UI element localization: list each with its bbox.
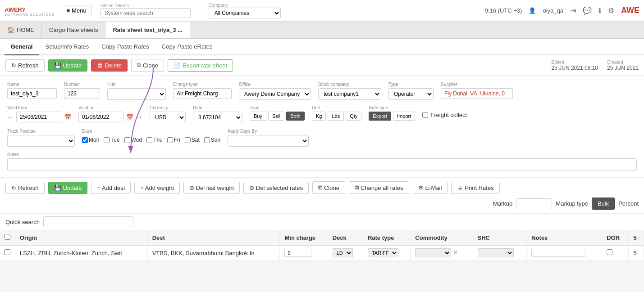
logout-icon[interactable]: ⇥ <box>570 6 576 15</box>
commodity-select[interactable] <box>415 248 451 257</box>
breadcrumb-home[interactable]: 🏠 HOME <box>0 22 42 38</box>
office-select[interactable]: Awery Demo Company <box>239 88 311 100</box>
tab-copy-paste-erates[interactable]: Copy-Paste eRates <box>155 39 219 55</box>
notes-input[interactable] <box>7 158 637 171</box>
table-header-row: Origin Dest Min charge Deck Rate type Co… <box>0 230 644 245</box>
update-button[interactable]: 💾 Update <box>48 59 88 72</box>
company-area: Company All Companies <box>209 3 281 18</box>
toolbar-dates: Edited 25 JUN 2021 06:10 Created 25 JUN … <box>552 60 639 71</box>
del-selected-rates-button[interactable]: ⊖ Del selected rates <box>243 182 309 194</box>
markup-input[interactable] <box>516 198 552 209</box>
lbs-toggle[interactable]: Lbs <box>328 112 344 121</box>
global-search-label: Global Search <box>100 3 191 8</box>
refresh-button[interactable]: ↻ Refresh <box>5 59 45 72</box>
import-toggle[interactable]: Import <box>393 112 415 121</box>
company-select[interactable]: All Companies <box>209 8 281 18</box>
valid-from-prev[interactable]: ← <box>7 113 14 121</box>
buy-toggle[interactable]: Buy <box>250 112 266 121</box>
select-all-checkbox[interactable] <box>5 234 10 240</box>
kg-toggle[interactable]: Kg <box>312 112 326 121</box>
time-display: 9:16 (UTC +3) <box>485 7 522 14</box>
export-button[interactable]: 📄 Export rate sheet <box>168 59 233 72</box>
form-name: Name <box>7 82 57 99</box>
truck-position-select[interactable] <box>7 135 75 147</box>
form-hub: Hub <box>107 82 166 100</box>
both-toggle[interactable]: Both <box>286 112 305 121</box>
menu-button[interactable]: ≡ Menu <box>62 5 91 16</box>
day-wed[interactable]: Wed <box>124 137 142 143</box>
email-button[interactable]: ✉ E-Mail <box>413 182 448 194</box>
delete-button[interactable]: 🗑 Delete <box>91 59 128 72</box>
export-toggle[interactable]: Export <box>369 112 391 121</box>
type-select[interactable]: Operator <box>388 88 434 100</box>
breadcrumb-cargo-rate-sheets[interactable]: Cargo Rate sheets <box>42 22 105 38</box>
day-tue[interactable]: Tue <box>104 137 119 143</box>
commodity-clear-button[interactable]: ✕ <box>453 249 458 256</box>
add-weight-button[interactable]: + Add weight <box>134 182 180 194</box>
hub-select[interactable] <box>107 88 166 100</box>
bulk-button[interactable]: Bulk <box>592 198 615 210</box>
th-notes: Notes <box>527 230 602 245</box>
rates-table: Origin Dest Min charge Deck Rate type Co… <box>0 230 644 261</box>
supplier-input[interactable] <box>441 88 513 99</box>
breadcrumb-rate-sheet[interactable]: Rate sheet test_olya_3 ... <box>105 22 190 38</box>
quick-search-input[interactable] <box>43 216 133 227</box>
bottom-refresh-button[interactable]: ↻ Refresh <box>5 182 45 194</box>
valid-from-calendar-icon[interactable]: 📅 <box>64 114 71 121</box>
shc-select[interactable] <box>478 248 514 257</box>
min-charge-input[interactable] <box>284 249 311 257</box>
notes-row-input[interactable] <box>531 249 585 257</box>
global-search-input[interactable] <box>100 8 191 18</box>
row-checkbox[interactable] <box>5 249 10 255</box>
day-mon[interactable]: Mon <box>82 137 99 143</box>
name-input[interactable] <box>7 88 57 99</box>
quick-search-label: Quick search <box>5 219 40 225</box>
form-notes: Notes <box>7 152 637 171</box>
dgr-checkbox[interactable] <box>607 249 612 255</box>
tab-copy-paste-rates[interactable]: Copy-Paste Rates <box>95 39 155 55</box>
valid-to-input[interactable] <box>78 112 123 122</box>
brand-icon: AWE <box>621 6 639 15</box>
sell-toggle[interactable]: Sell <box>268 112 284 121</box>
form-row-1: Name Number Hub Charge type Office Awery… <box>7 82 637 100</box>
del-last-weight-button[interactable]: ⊖ Del last weight <box>183 182 240 194</box>
logo: AWERY SOFTWARE SOLUTIONS <box>5 5 55 17</box>
breadcrumb-bar: 🏠 HOME Cargo Rate sheets Rate sheet test… <box>0 22 644 39</box>
charge-type-input[interactable] <box>173 88 232 99</box>
deck-select[interactable]: LD <box>333 248 353 257</box>
stock-company-select[interactable]: test company1 <box>318 88 381 100</box>
valid-to-next[interactable]: → <box>136 113 142 121</box>
save-icon: 💾 <box>54 62 61 69</box>
print-rates-button[interactable]: 🖨 Print Rates <box>451 182 499 194</box>
day-fri[interactable]: Fri <box>167 137 180 143</box>
add-dest-button[interactable]: + Add dest <box>91 182 131 194</box>
qty-toggle[interactable]: Qty <box>346 112 361 121</box>
tab-general[interactable]: General <box>5 39 39 55</box>
day-thu[interactable]: Thu <box>146 137 163 143</box>
clone-icon: ⧉ <box>137 62 141 69</box>
bottom-clone-button[interactable]: ⧉ Clone <box>312 181 345 194</box>
chat-icon[interactable]: 💬 <box>583 6 592 15</box>
th-5: 5 <box>629 230 644 245</box>
day-sun[interactable]: Sun <box>204 137 220 143</box>
change-all-rates-button[interactable]: ⧉ Change all rates <box>349 181 409 194</box>
info-icon[interactable]: ℹ <box>598 6 601 15</box>
form-type: Type Operator <box>388 82 434 100</box>
valid-from-input[interactable] <box>16 112 61 122</box>
clone-button[interactable]: ⧉ Clone <box>131 59 164 72</box>
bottom-toolbar: ↻ Refresh 💾 Update + Add dest + Add weig… <box>0 178 644 214</box>
currency-select[interactable]: USD <box>150 112 186 123</box>
apply-days-by-select[interactable] <box>228 135 309 147</box>
number-input[interactable] <box>64 88 100 99</box>
table-container: Origin Dest Min charge Deck Rate type Co… <box>0 230 644 261</box>
valid-to-calendar-icon[interactable]: 📅 <box>126 114 133 121</box>
settings-icon[interactable]: ⚙ <box>608 6 614 15</box>
freight-collect-checkbox[interactable] <box>422 112 428 118</box>
rate-select[interactable]: 3.673104 <box>193 112 242 123</box>
day-sat[interactable]: Sat <box>185 137 200 143</box>
quick-search-bar: Quick search <box>0 214 644 230</box>
tab-setup-info-rates[interactable]: Setup/Info Rates <box>39 39 95 55</box>
rate-type-select[interactable]: TARIFF <box>368 248 398 257</box>
bottom-update-button[interactable]: 💾 Update <box>48 182 88 194</box>
form-area: Name Number Hub Charge type Office Awery… <box>0 76 644 178</box>
